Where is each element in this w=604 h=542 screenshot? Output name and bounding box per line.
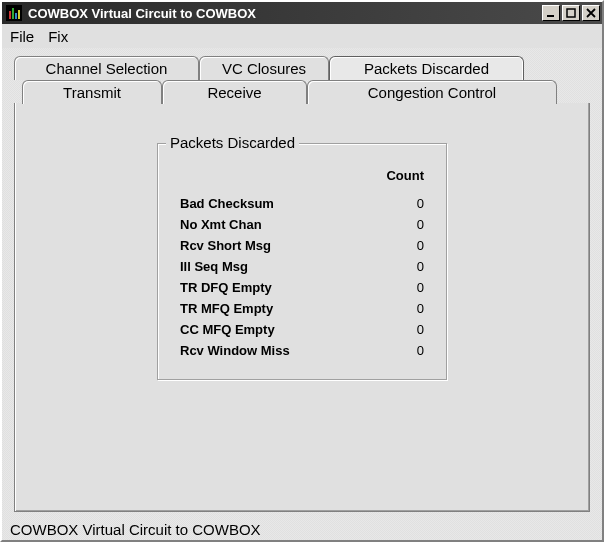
table-row: Rcv Short Msg0 — [180, 235, 424, 256]
tab-congestion-control[interactable]: Congestion Control — [307, 80, 557, 104]
content-area: Channel Selection VC Closures Packets Di… — [2, 48, 602, 518]
table-row: Bad Checksum0 — [180, 193, 424, 214]
table-row: No Xmt Chan0 — [180, 214, 424, 235]
statusbar: COWBOX Virtual Circuit to COWBOX — [2, 518, 602, 540]
row-value: 0 — [384, 214, 424, 235]
menu-file[interactable]: File — [10, 28, 34, 45]
tab-panel: Packets Discarded Count Bad Checksum0 No… — [14, 103, 590, 512]
tab-label: Congestion Control — [368, 84, 496, 101]
minimize-button[interactable] — [542, 5, 560, 21]
row-value: 0 — [384, 319, 424, 340]
row-value: 0 — [384, 256, 424, 277]
svg-rect-0 — [547, 15, 554, 17]
row-label: TR DFQ Empty — [180, 277, 272, 298]
tab-label: Transmit — [63, 84, 121, 101]
window-title: COWBOX Virtual Circuit to COWBOX — [28, 6, 542, 21]
tab-label: Channel Selection — [46, 60, 168, 77]
table-row: Rcv Window Miss0 — [180, 340, 424, 361]
packets-table: Count Bad Checksum0 No Xmt Chan0 Rcv Sho… — [180, 168, 424, 361]
tab-label: VC Closures — [222, 60, 306, 77]
maximize-button[interactable] — [562, 5, 580, 21]
count-header: Count — [180, 168, 424, 193]
tab-label: Packets Discarded — [364, 60, 489, 77]
row-label: Bad Checksum — [180, 193, 274, 214]
row-value: 0 — [384, 340, 424, 361]
tab-receive[interactable]: Receive — [162, 80, 307, 104]
row-label: CC MFQ Empty — [180, 319, 275, 340]
row-label: No Xmt Chan — [180, 214, 262, 235]
tab-vc-closures[interactable]: VC Closures — [199, 56, 329, 80]
app-icon — [6, 5, 22, 21]
row-value: 0 — [384, 193, 424, 214]
tab-packets-discarded[interactable]: Packets Discarded — [329, 56, 524, 80]
row-label: Rcv Short Msg — [180, 235, 271, 256]
row-value: 0 — [384, 298, 424, 319]
table-row: TR DFQ Empty0 — [180, 277, 424, 298]
table-row: Ill Seq Msg0 — [180, 256, 424, 277]
tab-label: Receive — [207, 84, 261, 101]
menubar: File Fix — [2, 24, 602, 48]
row-value: 0 — [384, 277, 424, 298]
titlebar: COWBOX Virtual Circuit to COWBOX — [2, 2, 602, 24]
app-window: COWBOX Virtual Circuit to COWBOX File Fi… — [0, 0, 604, 542]
tab-channel-selection[interactable]: Channel Selection — [14, 56, 199, 80]
row-label: Rcv Window Miss — [180, 340, 290, 361]
tab-transmit[interactable]: Transmit — [22, 80, 162, 104]
row-value: 0 — [384, 235, 424, 256]
table-row: CC MFQ Empty0 — [180, 319, 424, 340]
svg-rect-1 — [567, 9, 575, 17]
tabstrip: Channel Selection VC Closures Packets Di… — [14, 56, 590, 104]
close-button[interactable] — [582, 5, 600, 21]
status-text: COWBOX Virtual Circuit to COWBOX — [10, 521, 261, 538]
table-row: TR MFQ Empty0 — [180, 298, 424, 319]
menu-fix[interactable]: Fix — [48, 28, 68, 45]
packets-discarded-group: Packets Discarded Count Bad Checksum0 No… — [157, 143, 447, 380]
row-label: TR MFQ Empty — [180, 298, 273, 319]
row-label: Ill Seq Msg — [180, 256, 248, 277]
window-controls — [542, 5, 600, 21]
group-legend: Packets Discarded — [166, 134, 299, 151]
